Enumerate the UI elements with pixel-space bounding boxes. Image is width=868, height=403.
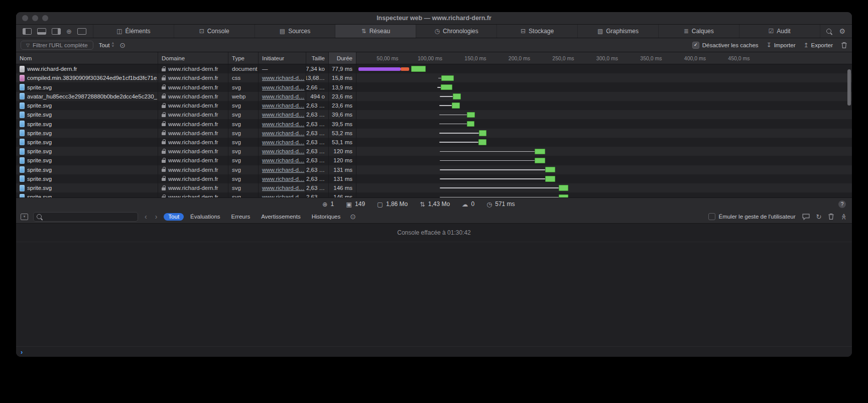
table-row[interactable]: avatar_hu85ecc3e298728880b0bde2dcc4e5c23… — [16, 92, 852, 101]
url-filter-input[interactable]: ▽ Filtrer l'URL complète — [21, 41, 93, 50]
table-row[interactable]: sprite.svgwww.richard-dern.frsvgwww.rich… — [16, 156, 852, 165]
console-search-input[interactable] — [44, 213, 135, 220]
tab-console[interactable]: ⊡Console — [174, 25, 255, 38]
waterfall-green-box — [545, 176, 555, 182]
audit-tab-icon: ☑ — [769, 28, 774, 35]
cell-size: 2,63 … — [306, 183, 329, 192]
table-row[interactable]: sprite.svgwww.richard-dern.frsvgwww.rich… — [16, 192, 852, 197]
console-options-icon[interactable]: ⊙ — [350, 213, 356, 221]
table-row[interactable]: sprite.svgwww.richard-dern.frsvgwww.rich… — [16, 138, 852, 147]
emulate-user-gesture-label: Émuler le geste de l'utilisateur — [718, 214, 795, 220]
table-row[interactable]: sprite.svgwww.richard-dern.frsvgwww.rich… — [16, 147, 852, 156]
dock-bottom-icon[interactable] — [37, 28, 46, 35]
cell-size: 2,63 … — [306, 110, 329, 119]
cell-size: 2,63 … — [306, 174, 329, 183]
initiator-link[interactable]: www.richard-d… — [262, 157, 304, 163]
tab-reseau[interactable]: ⇅Réseau — [335, 25, 416, 38]
resource-type-select[interactable]: Tout ˄˅ — [99, 42, 114, 48]
dock-left-icon[interactable] — [23, 28, 32, 35]
console-body: Console effacée à 01:30:42 › — [16, 224, 852, 357]
table-row[interactable]: sprite.svgwww.richard-dern.frsvgwww.rich… — [16, 110, 852, 119]
initiator-link[interactable]: www.richard-d… — [262, 112, 304, 118]
table-row[interactable]: sprite.svgwww.richard-dern.frsvgwww.rich… — [16, 165, 852, 174]
console-tab-erreurs[interactable]: Erreurs — [227, 213, 255, 221]
console-search-field[interactable] — [33, 212, 138, 222]
initiator-link[interactable]: www.richard-d… — [262, 121, 304, 127]
tab-graphismes[interactable]: ▧Graphismes — [578, 25, 659, 38]
column-header-duree[interactable]: Durée — [329, 52, 356, 64]
tab-label: Console — [207, 28, 229, 35]
filter-options-icon[interactable]: ⊙ — [119, 41, 126, 49]
console-prompt-input[interactable] — [26, 348, 852, 356]
initiator-link[interactable]: www.richard-d… — [262, 176, 304, 182]
initiator-link[interactable]: www.richard-d… — [262, 194, 304, 197]
device-icon[interactable] — [77, 28, 86, 35]
console-prompt[interactable]: › — [16, 346, 852, 357]
cell-name: sprite.svg — [16, 156, 158, 165]
console-tab-avertissements[interactable]: Avertissements — [257, 213, 305, 221]
disable-caches-checkbox[interactable]: ✓ Désactiver les caches — [692, 42, 759, 49]
initiator-link[interactable]: www.richard-d… — [262, 185, 304, 191]
tab-stockage[interactable]: ⊟Stockage — [497, 25, 578, 38]
table-row[interactable]: sprite.svgwww.richard-dern.frsvgwww.rich… — [16, 101, 852, 110]
element-picker-icon[interactable]: ⊕ — [66, 28, 72, 35]
next-result-button[interactable]: › — [154, 213, 159, 221]
initiator-link: — — [262, 66, 268, 72]
waterfall-green-box — [545, 167, 555, 173]
table-row[interactable]: www.richard-dern.frwww.richard-dern.frdo… — [16, 64, 852, 73]
cell-domain: www.richard-dern.fr — [158, 156, 228, 165]
table-row[interactable]: sprite.svgwww.richard-dern.frsvgwww.rich… — [16, 183, 852, 192]
cell-name: sprite.svg — [16, 174, 158, 183]
column-header-nom[interactable]: Nom — [16, 52, 158, 64]
column-header-domaine[interactable]: Domaine — [158, 52, 228, 64]
tab-chronologies[interactable]: ◷Chronologies — [416, 25, 497, 38]
console-messages-icon[interactable] — [802, 214, 810, 220]
svg-file-icon — [20, 84, 25, 90]
export-button[interactable]: ↥ Exporter — [803, 42, 833, 49]
initiator-link[interactable]: www.richard-d… — [262, 148, 304, 154]
table-row[interactable]: sprite.svgwww.richard-dern.frsvgwww.rich… — [16, 174, 852, 183]
table-row[interactable]: compiled.min.38390909f303624ed9e1cf1bd3f… — [16, 73, 852, 82]
column-header-taille[interactable]: Taille — [306, 52, 329, 64]
tab-sources[interactable]: ▤Sources — [255, 25, 336, 38]
initiator-link[interactable]: www.richard-d… — [262, 84, 304, 90]
table-row[interactable]: sprite.svgwww.richard-dern.frsvgwww.rich… — [16, 119, 852, 128]
tab-audit[interactable]: ☑Audit — [739, 25, 820, 38]
emulate-user-gesture-checkbox[interactable]: ✓ Émuler le geste de l'utilisateur — [708, 213, 795, 220]
console-tab-evaluations[interactable]: Évaluations — [186, 213, 224, 221]
waterfall-green-box — [467, 112, 475, 118]
cell-initiator: www.richard-d… — [259, 165, 306, 174]
initiator-link[interactable]: www.richard-d… — [262, 75, 304, 81]
collapse-console-icon[interactable]: ≪ — [841, 214, 848, 220]
search-icon[interactable] — [826, 29, 831, 34]
console-tab-icon: ⊡ — [199, 28, 204, 35]
tab-elements[interactable]: ◫Éléments — [93, 25, 174, 38]
initiator-link[interactable]: www.richard-d… — [262, 167, 304, 173]
console-scope-icon[interactable]: ▾ — [21, 214, 28, 220]
clear-network-trash-icon[interactable] — [841, 42, 847, 49]
resource-type-value: Tout — [99, 42, 110, 48]
tab-calques[interactable]: ≣Calques — [659, 25, 739, 38]
svg-file-icon — [20, 112, 25, 118]
cell-domain: www.richard-dern.fr — [158, 73, 228, 82]
cell-type: svg — [228, 110, 259, 119]
preserve-log-icon[interactable]: ↻ — [816, 213, 822, 221]
help-icon[interactable]: ? — [838, 200, 846, 208]
column-header-type[interactable]: Type — [228, 52, 259, 64]
clear-console-trash-icon[interactable] — [828, 213, 834, 220]
initiator-link[interactable]: www.richard-d… — [262, 103, 304, 109]
table-row[interactable]: sprite.svgwww.richard-dern.frsvgwww.rich… — [16, 129, 852, 138]
initiator-link[interactable]: www.richard-d… — [262, 139, 304, 145]
gear-icon[interactable]: ⚙ — [839, 27, 845, 35]
console-tab-tout[interactable]: Tout — [164, 213, 184, 221]
initiator-link[interactable]: www.richard-d… — [262, 93, 304, 99]
console-tab-historiques[interactable]: Historiques — [307, 213, 345, 221]
timeline-header: 50,00 ms100,00 ms150,0 ms200,0 ms250,0 m… — [356, 52, 852, 64]
column-header-initiateur[interactable]: Initiateur — [259, 52, 306, 64]
table-row[interactable]: sprite.svgwww.richard-dern.frsvgwww.rich… — [16, 82, 852, 91]
initiator-link[interactable]: www.richard-d… — [262, 130, 304, 136]
dock-right-icon[interactable] — [52, 28, 61, 35]
cell-name: sprite.svg — [16, 119, 158, 128]
previous-result-button[interactable]: ‹ — [143, 213, 149, 221]
import-button[interactable]: ↧ Importer — [767, 42, 796, 49]
